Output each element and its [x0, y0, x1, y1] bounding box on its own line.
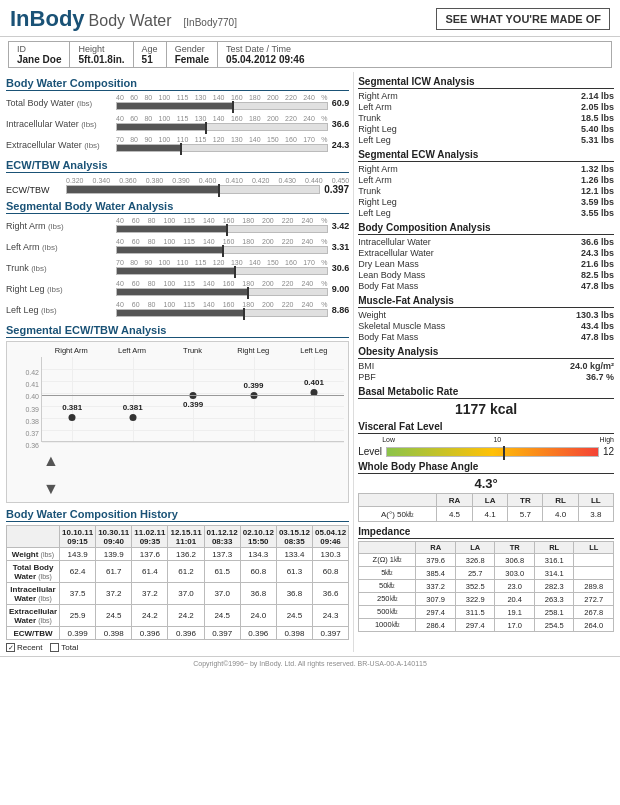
history-cell-3-0: 25.9: [60, 605, 96, 627]
history-row-label-0: Weight (lbs): [7, 548, 60, 561]
recent-checkbox-icon[interactable]: [6, 643, 15, 652]
bwc-value-2: 24.3: [332, 140, 350, 150]
muscle-fat-rows-label-2: Body Fat Mass: [358, 332, 418, 342]
history-cell-4-5: 0.396: [240, 627, 276, 640]
seg-icw-rows-value-3: 5.40 lbs: [581, 124, 614, 134]
history-th-0: 10.10.1109:15: [60, 526, 96, 548]
ecw-tbw-title: ECW/TBW Analysis: [6, 159, 349, 173]
recent-label: Recent: [17, 643, 42, 652]
seg-ecwtbw-title: Segmental ECW/TBW Analysis: [6, 324, 349, 338]
seg-bw-value-3: 9.00: [332, 284, 350, 294]
seg-ecw-rows-label-3: Right Leg: [358, 197, 397, 207]
main-content: Body Water Composition Total Body Water …: [0, 72, 620, 652]
imp-freq-2: 50㎑: [359, 580, 416, 593]
bwc-row-1: Intracellular Water (lbs) 40608010011513…: [6, 115, 349, 133]
imp-val-1-3: 314.1: [534, 567, 574, 580]
seg-bw-name-1: Left Arm (lbs): [6, 242, 116, 252]
history-table-container: 10.10.1109:1510.30.1109:4011.02.1109:351…: [6, 525, 349, 640]
seg-bw-scale-4: 406080100115140160180200220240%: [116, 301, 328, 308]
history-cell-4-6: 0.398: [276, 627, 312, 640]
seg-bw-bar-area-1: 406080100115140160180200220240%: [116, 238, 328, 256]
patient-height-cell: Height 5ft.01.8in.: [70, 42, 133, 67]
obesity-rows-value-1: 36.7 %: [586, 372, 614, 382]
total-checkbox-icon[interactable]: [50, 643, 59, 652]
seg-bw-value-4: 8.86: [332, 305, 350, 315]
seg-bw-row-2: Trunk (lbs) 7080901001101151201301401501…: [6, 259, 349, 277]
history-cell-0-7: 130.3: [313, 548, 349, 561]
imp-freq-1: 5㎑: [359, 567, 416, 580]
seg-icw-rows-value-4: 5.31 lbs: [581, 135, 614, 145]
ecwtbw-value: 0.397: [324, 184, 349, 195]
history-cell-1-1: 61.7: [96, 561, 132, 583]
age-value: 51: [142, 54, 158, 65]
history-cell-3-3: 24.2: [168, 605, 204, 627]
checkbox-recent[interactable]: Recent: [6, 643, 42, 652]
ecwtbw-fill: [67, 186, 218, 193]
seg-bw-row-4: Left Leg (lbs) 4060801001151401601802002…: [6, 301, 349, 319]
seg-bw-track-4: [116, 309, 328, 317]
seg-bw-track-2: [116, 267, 328, 275]
bwc-scale-1: 406080100115130140160180200220240%: [116, 115, 328, 122]
bmr-value: 1177 kcal: [358, 401, 614, 417]
history-cell-1-0: 62.4: [60, 561, 96, 583]
visceral-mid: 10: [493, 436, 501, 443]
history-cell-1-5: 60.8: [240, 561, 276, 583]
muscle-fat-rows-row-1: Skeletal Muscle Mass 43.4 lbs: [358, 321, 614, 331]
imp-val-0-1: 326.8: [455, 554, 495, 567]
imp-freq-4: 500㎑: [359, 606, 416, 619]
seg-icw-rows-label-1: Left Arm: [358, 102, 392, 112]
height-label: Height: [78, 44, 124, 54]
obesity-rows-label-1: PBF: [358, 372, 376, 382]
bwc-label-0: Total Body Water (lbs): [6, 98, 116, 108]
seg-bw-fill-3: [117, 289, 247, 295]
seg-bw-marker-4: [243, 308, 245, 320]
visceral-marker: [503, 446, 505, 460]
history-row-label-2: Intracellular Water (lbs): [7, 583, 60, 605]
seg-bw-scale-1: 406080100115140160180200220240%: [116, 238, 328, 245]
patient-info: ID Jane Doe Height 5ft.01.8in. Age 51 Ge…: [8, 41, 612, 68]
seg-bw-name-3: Right Leg (lbs): [6, 284, 116, 294]
bwc-fill-1: [117, 124, 205, 130]
history-th-2: 11.02.1109:35: [132, 526, 168, 548]
history-row-0: Weight (lbs)143.9139.9137.6136.2137.3134…: [7, 548, 349, 561]
bwc-track-1: [116, 123, 328, 131]
seg-ecwtbw-val-upper-3: 0.399: [243, 381, 263, 390]
seg-icw-rows-value-2: 18.5 lbs: [581, 113, 614, 123]
history-cell-2-4: 37.0: [204, 583, 240, 605]
imp-freq-5: 1000㎑: [359, 619, 416, 632]
history-cell-1-4: 61.5: [204, 561, 240, 583]
seg-bw-track-3: [116, 288, 328, 296]
history-row-label-3: Extracellular Water (lbs): [7, 605, 60, 627]
bmr-title: Basal Metabolic Rate: [358, 386, 614, 399]
visceral-title: Visceral Fat Level: [358, 421, 614, 434]
bwc-value-1: 36.6: [332, 119, 350, 129]
seg-ecw-title: Segmental ECW Analysis: [358, 149, 614, 162]
logo-inbody: InBody: [10, 6, 85, 32]
phase-val-1: 4.1: [473, 507, 508, 522]
height-value: 5ft.01.8in.: [78, 54, 124, 65]
seg-ecw-rows-label-2: Trunk: [358, 186, 381, 196]
history-cell-1-6: 61.3: [276, 561, 312, 583]
imp-val-3-2: 20.4: [495, 593, 535, 606]
seg-bw-scale-0: 406080100115140160180200220240%: [116, 217, 328, 224]
logo-model: [InBody770]: [184, 17, 237, 28]
imp-header: TR: [495, 542, 535, 554]
imp-row-5: 1000㎑286.4297.417.0254.5264.0: [359, 619, 614, 632]
seg-bw-row-0: Right Arm (lbs) 406080100115140160180200…: [6, 217, 349, 235]
body-comp-rows-row-3: Lean Body Mass 82.5 lbs: [358, 270, 614, 280]
imp-row-2: 50㎑337.2352.523.0282.3289.8: [359, 580, 614, 593]
checkbox-total[interactable]: Total: [50, 643, 78, 652]
history-cell-2-0: 37.5: [60, 583, 96, 605]
imp-val-0-4: [574, 554, 614, 567]
gender-value: Female: [175, 54, 209, 65]
seg-ecw-rows-label-0: Right Arm: [358, 164, 398, 174]
history-cell-2-3: 37.0: [168, 583, 204, 605]
seg-ecw-rows-value-0: 1.32 lbs: [581, 164, 614, 174]
phase-val-4: 3.8: [578, 507, 613, 522]
body-comp-rows-row-2: Dry Lean Mass 21.6 lbs: [358, 259, 614, 269]
bwc-scale-0: 406080100115130140160180200220240%: [116, 94, 328, 101]
seg-icw-rows: Right Arm 2.14 lbsLeft Arm 2.05 lbsTrunk…: [358, 91, 614, 145]
phase-header: TR: [508, 494, 543, 507]
id-label: ID: [17, 44, 61, 54]
ecwtbw-track: [66, 185, 320, 194]
